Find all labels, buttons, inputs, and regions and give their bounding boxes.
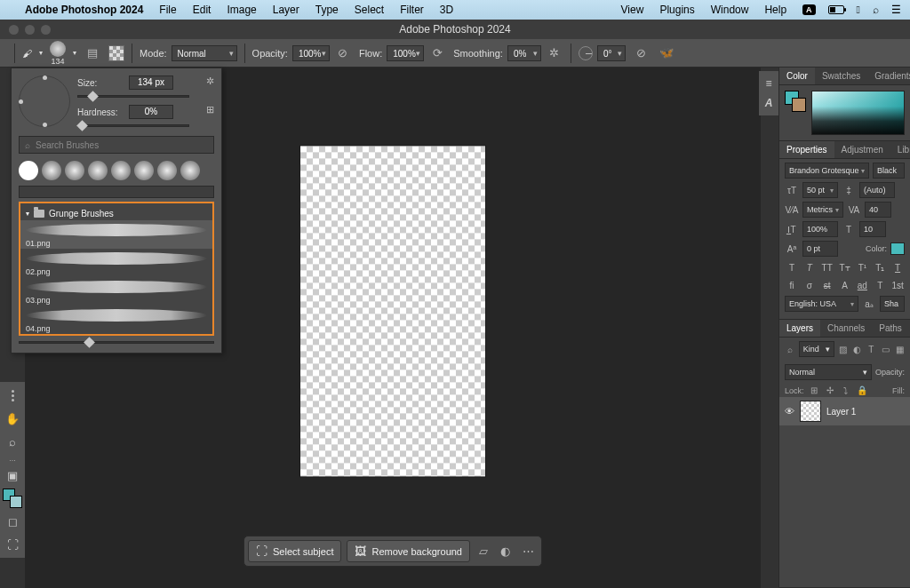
airbrush-icon[interactable]: ⟳ [428, 44, 446, 62]
ordinals-icon[interactable]: A [838, 278, 852, 292]
blend-mode-dropdown[interactable]: Normal▾ [785, 364, 872, 380]
layer-thumbnail[interactable] [800, 401, 821, 422]
tool-zoom[interactable]: ⌕ [3, 432, 22, 451]
tab-color[interactable]: Color [779, 68, 815, 84]
brush-item-3[interactable]: 03.png [20, 277, 212, 306]
brush-search[interactable]: ⌕ Search Brushes [19, 136, 214, 154]
color-swatch-selector[interactable] [785, 91, 806, 112]
spotlight-icon[interactable]: ⌕ [873, 4, 879, 16]
angle-dial[interactable] [579, 46, 593, 60]
baseline-field[interactable]: 0 pt [802, 241, 838, 257]
filter-smart-icon[interactable]: ▦ [894, 345, 905, 354]
menu-help[interactable]: Help [764, 4, 786, 16]
text-color-swatch[interactable] [890, 242, 905, 255]
preset-2[interactable] [42, 161, 61, 180]
mode-dropdown[interactable]: Normal [172, 45, 237, 61]
brush-folder-collapsed[interactable] [19, 186, 214, 198]
new-preset-icon[interactable]: ⊞ [206, 104, 214, 115]
font-size-field[interactable]: 50 pt▾ [802, 182, 838, 198]
adjustments-icon[interactable]: ◐ [497, 544, 514, 558]
brush-options-gear-icon[interactable]: ✲ [206, 75, 214, 87]
filter-adjust-icon[interactable]: ◐ [852, 345, 863, 354]
preset-5[interactable] [111, 161, 131, 180]
tool-preset-caret[interactable]: ▾ [39, 49, 43, 57]
menu-type[interactable]: Type [315, 4, 339, 16]
lock-position-icon[interactable]: ✢ [824, 385, 836, 395]
preset-7[interactable] [157, 161, 177, 180]
menu-select[interactable]: Select [355, 4, 384, 16]
lock-pixels-icon[interactable]: ⊞ [808, 385, 820, 395]
menu-view[interactable]: View [621, 4, 644, 16]
artboard-tool-icon[interactable]: ▣ [3, 465, 22, 485]
titling-icon[interactable]: ad [855, 278, 869, 292]
histogram-panel-icon[interactable]: ≡ [762, 76, 776, 91]
contextual-icon[interactable]: T [873, 278, 887, 292]
preset-3[interactable] [65, 161, 84, 180]
select-subject-button[interactable]: ⛶Select subject [248, 540, 341, 562]
layer-name[interactable]: Layer 1 [826, 407, 856, 417]
tracking-field[interactable]: 40 [865, 202, 891, 218]
tablet-pressure-icon[interactable]: ⊘ [633, 44, 651, 62]
preset-8[interactable] [180, 161, 200, 180]
tab-swatches[interactable]: Swatches [815, 68, 867, 84]
leading-field[interactable]: (Auto) [859, 182, 895, 198]
hardness-input[interactable]: 0% [129, 105, 173, 119]
lock-all-icon[interactable]: 🔒 [856, 385, 868, 395]
tab-layers[interactable]: Layers [779, 320, 820, 337]
strike-icon[interactable]: st [820, 278, 834, 292]
preset-1[interactable] [19, 161, 38, 180]
filter-pixel-icon[interactable]: ▨ [838, 345, 849, 354]
preset-6[interactable] [134, 161, 154, 180]
bold-icon[interactable]: T [785, 260, 799, 274]
character-panel-icon[interactable]: A [762, 96, 776, 110]
remove-background-button[interactable]: 🖼Remove background [347, 540, 470, 562]
brush-item-2[interactable]: 02.png [20, 249, 212, 277]
battery-icon[interactable] [828, 5, 844, 14]
supers-icon[interactable]: T¹ [855, 260, 869, 274]
control-center-icon[interactable]: ☰ [891, 4, 901, 16]
smoothing-field[interactable]: 0% [507, 45, 541, 61]
angle-field[interactable]: 0° [597, 45, 626, 61]
menu-layer[interactable]: Layer [273, 4, 299, 16]
brush-tip-preview[interactable] [50, 41, 66, 57]
wifi-icon[interactable]: 􀙇 [857, 4, 860, 16]
menu-3d[interactable]: 3D [440, 4, 453, 16]
filter-kind-dropdown[interactable]: Kind▾ [799, 341, 834, 357]
tip-shape-preview[interactable] [19, 75, 70, 127]
brush-zoom-slider[interactable] [19, 341, 214, 344]
tab-libraries[interactable]: Librarie [890, 141, 910, 158]
smoothing-gear-icon[interactable]: ✲ [546, 44, 563, 62]
fractions-icon[interactable]: 1st [890, 278, 905, 292]
tab-properties[interactable]: Properties [779, 141, 834, 158]
menu-edit[interactable]: Edit [193, 4, 212, 16]
brush-settings-icon[interactable]: ▤ [84, 44, 101, 62]
font-style-dropdown[interactable]: Black [873, 163, 905, 179]
underline-icon[interactable]: T [890, 260, 905, 274]
lock-nest-icon[interactable]: ⤵ [840, 385, 852, 395]
tab-adjustments[interactable]: Adjustmen [834, 141, 890, 158]
font-family-dropdown[interactable]: Brandon Grotesque▾ [785, 163, 869, 179]
opentype-icon[interactable]: fi [785, 278, 799, 292]
tab-gradients[interactable]: Gradients [867, 68, 910, 84]
transform-icon[interactable]: ▱ [475, 544, 491, 558]
tool-icon[interactable]: 🖌 [22, 48, 32, 59]
quickmask-toggle[interactable]: ◻ [3, 512, 22, 531]
brush-blend-icon[interactable] [108, 45, 124, 61]
tool-hand[interactable]: ✋ [3, 409, 22, 428]
hscale-field[interactable]: 10 [859, 221, 886, 237]
hardness-slider[interactable] [77, 124, 189, 127]
subs-icon[interactable]: T₁ [873, 260, 887, 274]
app-name[interactable]: Adobe Photoshop 2024 [25, 4, 143, 16]
fg-bg-swatches[interactable] [3, 489, 22, 508]
brush-group-header[interactable]: ▾ Grunge Brushes [20, 207, 212, 220]
canvas[interactable] [300, 146, 485, 476]
layer-row-1[interactable]: 👁 Layer 1 [779, 397, 910, 425]
menu-plugins[interactable]: Plugins [659, 4, 694, 16]
preset-4[interactable] [88, 161, 108, 180]
kerning-field[interactable]: Metrics▾ [802, 202, 843, 218]
menu-image[interactable]: Image [227, 4, 256, 16]
tab-paths[interactable]: Paths [872, 320, 909, 337]
brush-item-4[interactable]: 04.png [20, 306, 212, 334]
opacity-field[interactable]: 100% [292, 45, 330, 61]
brush-popup-caret[interactable]: ▾ [73, 49, 76, 57]
